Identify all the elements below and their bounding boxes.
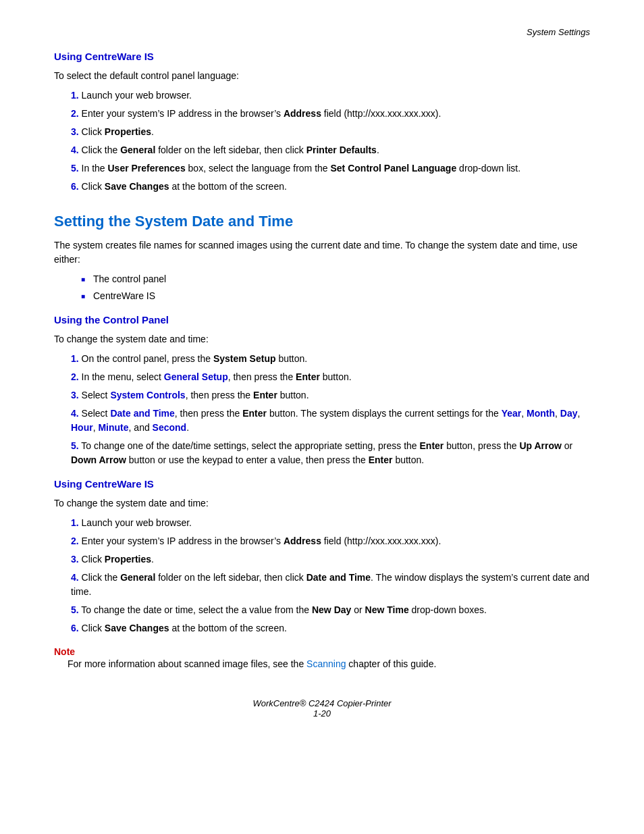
main-section-bullets: The control panel CentreWare IS: [81, 272, 590, 303]
list-item: 5. To change the date or time, select th…: [68, 603, 590, 617]
scanning-link[interactable]: Scanning: [306, 658, 346, 669]
section-centreware-is-2: Using CentreWare IS To change the system…: [54, 478, 590, 635]
list-item: 3. Click Properties.: [68, 125, 590, 139]
main-section-heading: Setting the System Date and Time: [54, 213, 590, 230]
section1-heading: Using CentreWare IS: [54, 51, 590, 62]
list-item: 5. To change one of the date/time settin…: [68, 439, 590, 467]
section3-steps: 1. Launch your web browser. 2. Enter you…: [68, 516, 590, 635]
section-centreware-is-1: Using CentreWare IS To select the defaul…: [54, 51, 590, 194]
main-section-intro: The system creates file names for scanne…: [54, 238, 590, 267]
list-item: 1. Launch your web browser.: [68, 88, 590, 103]
list-item: 4. Select Date and Time, then press the …: [68, 407, 590, 435]
list-item: 2. Enter your system’s IP address in the…: [68, 534, 590, 548]
list-item: 1. On the control panel, press the Syste…: [68, 352, 590, 366]
list-item: 1. Launch your web browser.: [68, 516, 590, 530]
section2-heading: Using the Control Panel: [54, 314, 590, 325]
section1-intro: To select the default control panel lang…: [54, 69, 590, 83]
page-footer: WorkCentre® C2424 Copier-Printer 1-20: [54, 698, 590, 719]
section1-steps: 1. Launch your web browser. 2. Enter you…: [68, 88, 590, 194]
list-item: 3. Select System Controls, then press th…: [68, 388, 590, 402]
footer-line1: WorkCentre® C2424 Copier-Printer: [54, 698, 590, 708]
header-text: System Settings: [527, 27, 590, 37]
page-header: System Settings: [54, 27, 590, 37]
list-item: 4. Click the General folder on the left …: [68, 571, 590, 599]
note-text: For more information about scanned image…: [68, 657, 590, 671]
list-item: The control panel: [81, 272, 590, 286]
note-label: Note: [54, 646, 590, 657]
list-item: 5. In the User Preferences box, select t…: [68, 161, 590, 176]
list-item: CentreWare IS: [81, 289, 590, 303]
main-section: Setting the System Date and Time The sys…: [54, 213, 590, 303]
list-item: 2. In the menu, select General Setup, th…: [68, 370, 590, 384]
section2-intro: To change the system date and time:: [54, 332, 590, 346]
section-control-panel: Using the Control Panel To change the sy…: [54, 314, 590, 467]
footer-line2: 1-20: [54, 708, 590, 719]
section2-steps: 1. On the control panel, press the Syste…: [68, 352, 590, 467]
list-item: 3. Click Properties.: [68, 552, 590, 567]
page: System Settings Using CentreWare IS To s…: [0, 0, 644, 759]
section3-intro: To change the system date and time:: [54, 496, 590, 511]
section3-heading: Using CentreWare IS: [54, 478, 590, 490]
list-item: 2. Enter your system’s IP address in the…: [68, 107, 590, 121]
list-item: 6. Click Save Changes at the bottom of t…: [68, 180, 590, 194]
list-item: 4. Click the General folder on the left …: [68, 143, 590, 157]
note-block: Note For more information about scanned …: [54, 646, 590, 671]
list-item: 6. Click Save Changes at the bottom of t…: [68, 621, 590, 635]
